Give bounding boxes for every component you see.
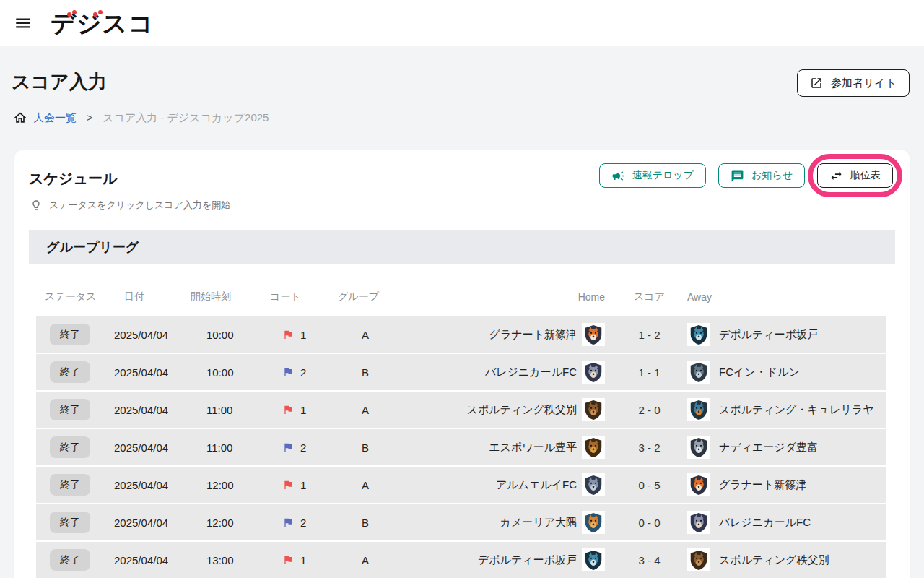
app-logo[interactable]: デジスコ: [51, 11, 154, 35]
court-number: 1: [300, 554, 306, 566]
standings-button-label: 順位表: [850, 169, 881, 182]
lightbulb-icon: [30, 199, 42, 211]
court-cell: 1: [256, 392, 328, 428]
away-team-name: グラナート新篠津: [719, 467, 886, 503]
home-team-name: スポルティング秩父別: [401, 392, 577, 428]
breadcrumb: 大会一覧 > スコア入力 - デジスコカップ2025: [13, 111, 924, 125]
match-score: 2 - 0: [611, 392, 687, 428]
match-score: 3 - 2: [611, 429, 687, 465]
match-time: 12:00: [180, 504, 256, 540]
court-flag-icon: [282, 441, 294, 453]
match-date: 2025/04/04: [108, 392, 180, 428]
court-cell: 2: [256, 504, 328, 540]
page-title: スコア入力: [12, 69, 924, 95]
chat-bubble-icon: [731, 169, 744, 183]
participant-site-button[interactable]: 参加者サイト: [797, 69, 910, 97]
header-group: グループ: [328, 285, 401, 309]
status-button[interactable]: 終了: [50, 512, 90, 533]
home-team-logo: [582, 323, 605, 346]
away-team-name: ナディエージダ豊富: [719, 429, 886, 465]
external-link-icon: [810, 77, 823, 90]
notice-button-label: お知らせ: [751, 169, 793, 182]
notice-button[interactable]: お知らせ: [718, 163, 805, 188]
table-body: 終了 2025/04/04 10:00 1 A グラナート新篠津 1 - 2 デ…: [36, 316, 886, 578]
home-icon: [13, 111, 27, 125]
tip-text: ステータスをクリックしスコア入力を開始: [49, 199, 230, 212]
away-team-logo: [687, 436, 710, 459]
away-team-logo: [687, 473, 710, 496]
status-button[interactable]: 終了: [50, 399, 90, 420]
home-team-name: グラナート新篠津: [401, 316, 577, 353]
home-team-name: エスポワール豊平: [401, 429, 577, 465]
match-score: 1 - 1: [611, 354, 687, 390]
court-flag-icon: [282, 517, 294, 528]
status-button[interactable]: 終了: [50, 436, 90, 458]
match-time: 10:00: [180, 354, 256, 390]
match-date: 2025/04/04: [108, 504, 180, 540]
group-label: B: [328, 429, 401, 465]
header-home: Home: [401, 285, 611, 309]
court-flag-icon: [282, 366, 294, 378]
match-time: 10:00: [180, 316, 256, 353]
table-row: 終了 2025/04/04 10:00 2 B バレジニカールFC 1 - 1 …: [36, 354, 886, 390]
header-score: スコア: [611, 285, 687, 309]
status-button[interactable]: 終了: [50, 324, 90, 345]
court-number: 1: [300, 479, 306, 491]
standings-button[interactable]: 順位表: [817, 163, 893, 188]
home-team-logo: [582, 511, 605, 534]
group-label: B: [328, 354, 401, 390]
match-score: 3 - 4: [611, 542, 687, 578]
group-label: A: [328, 542, 401, 578]
status-button[interactable]: 終了: [50, 474, 90, 496]
match-date: 2025/04/04: [108, 316, 180, 353]
group-label: A: [328, 467, 401, 503]
away-team-logo: [687, 361, 710, 384]
court-cell: 1: [256, 316, 328, 353]
match-time: 13:00: [180, 542, 256, 578]
logo-accent-dots: [67, 12, 71, 17]
ticker-button[interactable]: 速報テロップ: [599, 163, 706, 188]
menu-icon: [14, 14, 32, 33]
away-team-name: FCイン・ドルン: [719, 354, 886, 390]
header-time: 開始時刻: [180, 285, 256, 309]
app-bar: デジスコ: [0, 0, 924, 46]
court-flag-icon: [282, 479, 294, 491]
home-team-logo: [582, 473, 605, 496]
hamburger-menu-button[interactable]: [12, 12, 35, 35]
home-team-name: アルムエルイFC: [401, 467, 577, 503]
status-button[interactable]: 終了: [50, 549, 90, 571]
table-header: ステータス 日付 開始時刻 コート グループ Home スコア Away: [36, 285, 886, 309]
away-team-logo: [687, 323, 710, 346]
group-label: B: [328, 504, 401, 540]
status-button[interactable]: 終了: [50, 361, 90, 383]
schedule-card: スケジュール 速報テロップ お知らせ 順位表: [14, 150, 910, 578]
breadcrumb-home-link[interactable]: 大会一覧: [13, 111, 77, 125]
group-label: A: [328, 392, 401, 428]
logo-accent-dots: [93, 12, 97, 17]
court-flag-icon: [282, 554, 294, 566]
match-time: 11:00: [180, 392, 256, 428]
breadcrumb-home-label: 大会一覧: [33, 111, 77, 125]
header-date: 日付: [108, 285, 180, 309]
tip-row: ステータスをクリックしスコア入力を開始: [30, 199, 230, 212]
card-actions: 速報テロップ お知らせ 順位表: [599, 163, 893, 188]
group-label: A: [328, 316, 401, 353]
home-team-logo: [582, 436, 605, 459]
away-team-name: スポルティング・キュレリラヤ: [719, 392, 886, 428]
court-number: 1: [300, 329, 306, 341]
away-team-name: スポルティング秩父別: [719, 542, 886, 578]
court-number: 2: [300, 441, 306, 454]
home-team-logo: [582, 361, 605, 384]
breadcrumb-separator: >: [84, 112, 95, 124]
group-league-banner: グループリーグ: [29, 230, 895, 264]
home-team-name: カメーリア大隅: [401, 504, 577, 540]
match-time: 12:00: [180, 467, 256, 503]
ticker-button-label: 速報テロップ: [632, 169, 694, 182]
header-status: ステータス: [36, 285, 108, 309]
court-flag-icon: [282, 404, 294, 415]
match-score: 1 - 2: [611, 316, 687, 353]
court-flag-icon: [282, 329, 294, 340]
match-date: 2025/04/04: [108, 542, 180, 578]
schedule-title: スケジュール: [29, 169, 117, 189]
court-number: 2: [300, 366, 306, 379]
